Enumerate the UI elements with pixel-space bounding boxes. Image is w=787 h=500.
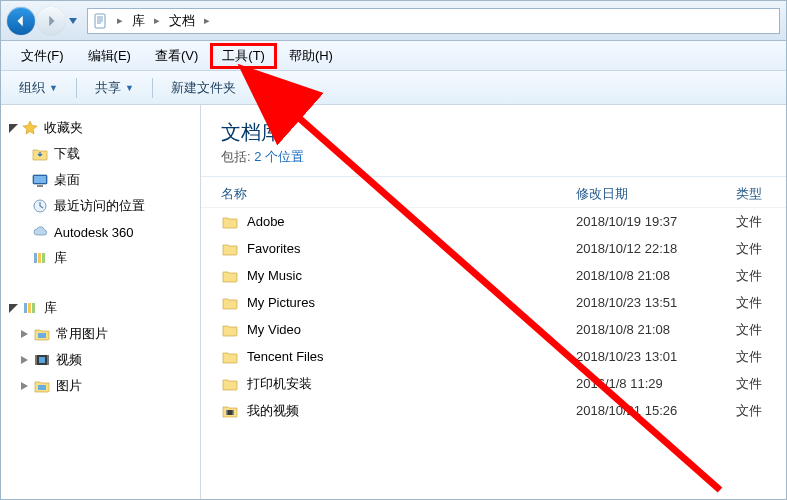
star-icon bbox=[21, 119, 39, 137]
file-row[interactable]: 打印机安装2016/1/8 11:29文件 bbox=[201, 370, 786, 397]
separator bbox=[152, 78, 153, 98]
folder-icon bbox=[221, 213, 239, 231]
expand-icon[interactable] bbox=[19, 328, 31, 340]
organize-button[interactable]: 组织▼ bbox=[9, 75, 68, 101]
file-name: My Video bbox=[247, 322, 576, 337]
menu-tools[interactable]: 工具(T) bbox=[210, 43, 277, 69]
folder-icon bbox=[221, 321, 239, 339]
sidebar-item-label: 库 bbox=[44, 299, 57, 317]
document-icon bbox=[92, 13, 108, 29]
file-date: 2016/1/8 11:29 bbox=[576, 376, 736, 391]
sidebar-item-recent[interactable]: 最近访问的位置 bbox=[1, 193, 200, 219]
libraries-icon bbox=[31, 249, 49, 267]
menu-edit[interactable]: 编辑(E) bbox=[76, 43, 143, 69]
sidebar-item-videos[interactable]: 视频 bbox=[1, 347, 200, 373]
file-row[interactable]: 我的视频2018/10/21 15:26文件 bbox=[201, 397, 786, 424]
svg-rect-9 bbox=[28, 303, 31, 313]
file-row[interactable]: Favorites2018/10/12 22:18文件 bbox=[201, 235, 786, 262]
file-list: Adobe2018/10/19 19:37文件Favorites2018/10/… bbox=[201, 208, 786, 499]
sidebar-item-favorites[interactable]: 收藏夹 bbox=[1, 115, 200, 141]
column-name[interactable]: 名称 bbox=[221, 185, 576, 203]
file-row[interactable]: My Video2018/10/8 21:08文件 bbox=[201, 316, 786, 343]
file-name: Adobe bbox=[247, 214, 576, 229]
sidebar-item-label: 视频 bbox=[56, 351, 82, 369]
column-headers[interactable]: 名称 修改日期 类型 bbox=[201, 177, 786, 208]
file-name: Tencent Files bbox=[247, 349, 576, 364]
sidebar-item-autodesk[interactable]: Autodesk 360 bbox=[1, 219, 200, 245]
sidebar-item-pictures-2[interactable]: 图片 bbox=[1, 373, 200, 399]
folder-icon bbox=[221, 267, 239, 285]
file-name: My Pictures bbox=[247, 295, 576, 310]
video-folder-icon bbox=[33, 351, 51, 369]
collapse-icon[interactable] bbox=[7, 302, 19, 314]
menu-view[interactable]: 查看(V) bbox=[143, 43, 210, 69]
svg-rect-15 bbox=[39, 357, 45, 363]
sidebar-item-desktop[interactable]: 桌面 bbox=[1, 167, 200, 193]
svg-rect-3 bbox=[37, 185, 43, 187]
sidebar-item-label: 下载 bbox=[54, 145, 80, 163]
library-subtitle: 包括: 2 个位置 bbox=[221, 148, 786, 166]
file-name: 打印机安装 bbox=[247, 375, 576, 393]
svg-rect-7 bbox=[42, 253, 45, 263]
column-date[interactable]: 修改日期 bbox=[576, 185, 736, 203]
file-date: 2018/10/21 15:26 bbox=[576, 403, 736, 418]
explorer-window: ▸ 库 ▸ 文档 ▸ 文件(F) 编辑(E) 查看(V) 工具(T) 帮助(H)… bbox=[0, 0, 787, 500]
svg-rect-13 bbox=[35, 355, 37, 365]
file-type: 文件 bbox=[736, 267, 786, 285]
collapse-icon[interactable] bbox=[7, 122, 19, 134]
picture-folder-icon bbox=[33, 325, 51, 343]
breadcrumb-separator: ▸ bbox=[117, 14, 123, 27]
sidebar-item-libraries[interactable]: 库 bbox=[1, 245, 200, 271]
folder-icon bbox=[221, 348, 239, 366]
arrow-right-icon bbox=[44, 14, 58, 28]
sidebar-item-downloads[interactable]: 下载 bbox=[1, 141, 200, 167]
sidebar-tree: 收藏夹 下载 桌面 最近访问的位置 Autodesk 360 bbox=[1, 105, 201, 499]
cloud-icon bbox=[31, 223, 49, 241]
folder-download-icon bbox=[31, 145, 49, 163]
arrow-left-icon bbox=[14, 14, 28, 28]
desktop-icon bbox=[31, 171, 49, 189]
file-name: 我的视频 bbox=[247, 402, 576, 420]
nav-history-dropdown[interactable] bbox=[67, 7, 79, 35]
new-folder-button[interactable]: 新建文件夹 bbox=[161, 75, 246, 101]
folder-icon bbox=[221, 375, 239, 393]
file-date: 2018/10/8 21:08 bbox=[576, 268, 736, 283]
file-row[interactable]: Adobe2018/10/19 19:37文件 bbox=[201, 208, 786, 235]
file-type: 文件 bbox=[736, 375, 786, 393]
libraries-icon bbox=[21, 299, 39, 317]
file-name: Favorites bbox=[247, 241, 576, 256]
back-button[interactable] bbox=[7, 7, 35, 35]
svg-rect-5 bbox=[34, 253, 37, 263]
address-bar[interactable]: ▸ 库 ▸ 文档 ▸ bbox=[87, 8, 780, 34]
library-header: 文档库 包括: 2 个位置 bbox=[201, 105, 786, 177]
sidebar-item-label: 常用图片 bbox=[56, 325, 108, 343]
forward-button[interactable] bbox=[37, 7, 65, 35]
file-row[interactable]: My Music2018/10/8 21:08文件 bbox=[201, 262, 786, 289]
menu-file[interactable]: 文件(F) bbox=[9, 43, 76, 69]
svg-rect-6 bbox=[38, 253, 41, 263]
sidebar-item-pictures[interactable]: 常用图片 bbox=[1, 321, 200, 347]
breadcrumb-separator: ▸ bbox=[154, 14, 160, 27]
breadcrumb-item[interactable]: 库 bbox=[126, 10, 151, 32]
svg-rect-2 bbox=[34, 176, 46, 183]
svg-rect-16 bbox=[38, 385, 46, 390]
sidebar-item-libraries-2[interactable]: 库 bbox=[1, 295, 200, 321]
file-date: 2018/10/23 13:01 bbox=[576, 349, 736, 364]
file-date: 2018/10/12 22:18 bbox=[576, 241, 736, 256]
sidebar-item-label: 桌面 bbox=[54, 171, 80, 189]
menu-help[interactable]: 帮助(H) bbox=[277, 43, 345, 69]
file-date: 2018/10/19 19:37 bbox=[576, 214, 736, 229]
breadcrumb-item[interactable]: 文档 bbox=[163, 10, 201, 32]
file-row[interactable]: My Pictures2018/10/23 13:51文件 bbox=[201, 289, 786, 316]
column-type[interactable]: 类型 bbox=[736, 185, 786, 203]
main-panel: 文档库 包括: 2 个位置 名称 修改日期 类型 Adobe2018/10/19… bbox=[201, 105, 786, 499]
file-date: 2018/10/23 13:51 bbox=[576, 295, 736, 310]
file-row[interactable]: Tencent Files2018/10/23 13:01文件 bbox=[201, 343, 786, 370]
folder-icon bbox=[221, 240, 239, 258]
breadcrumb-separator: ▸ bbox=[204, 14, 210, 27]
command-bar: 组织▼ 共享▼ 新建文件夹 bbox=[1, 71, 786, 105]
library-locations-link[interactable]: 2 个位置 bbox=[254, 149, 304, 164]
expand-icon[interactable] bbox=[19, 354, 31, 366]
share-button[interactable]: 共享▼ bbox=[85, 75, 144, 101]
expand-icon[interactable] bbox=[19, 380, 31, 392]
